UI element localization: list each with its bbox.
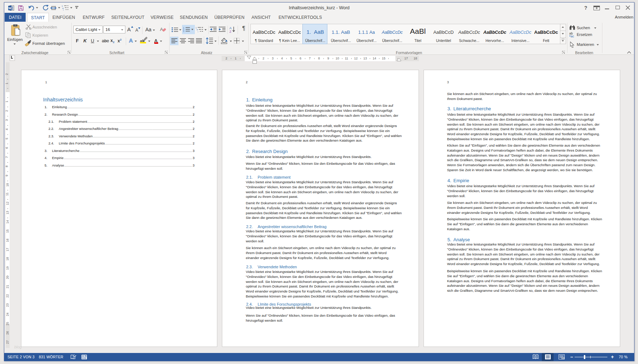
- svg-text:ac: ac: [571, 35, 574, 38]
- svg-text:A: A: [229, 26, 232, 30]
- svg-text:i: i: [63, 9, 63, 11]
- svg-text:W: W: [8, 6, 11, 10]
- svg-text:i: i: [198, 31, 198, 33]
- svg-text:3: 3: [183, 30, 184, 32]
- svg-text:A: A: [160, 27, 163, 32]
- svg-text:Z: Z: [229, 30, 232, 33]
